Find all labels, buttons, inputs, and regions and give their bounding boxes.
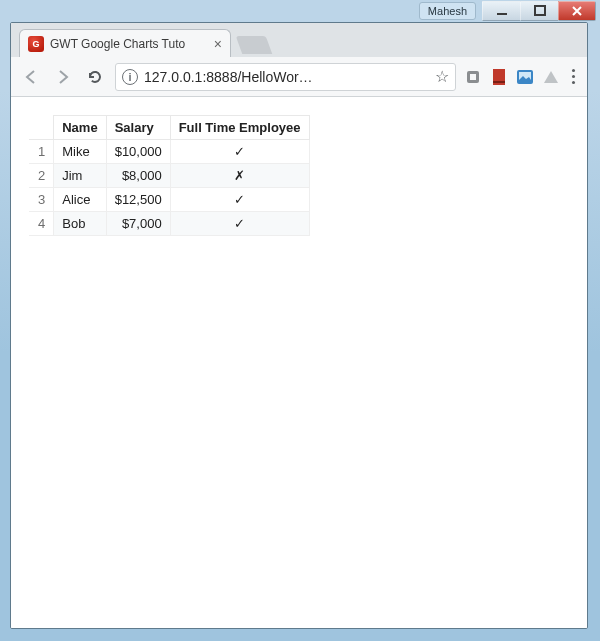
svg-rect-0 [497, 13, 507, 15]
browser-tab[interactable]: G GWT Google Charts Tuto × [19, 29, 231, 57]
forward-button[interactable] [51, 65, 75, 89]
cell-salary: $8,000 [106, 164, 170, 188]
reload-icon [86, 68, 104, 86]
cell-fte: ✓ [170, 140, 309, 164]
close-button[interactable] [558, 1, 596, 21]
cell-salary: $10,000 [106, 140, 170, 164]
row-number: 4 [30, 212, 54, 236]
back-icon [22, 68, 40, 86]
favicon-icon: G [28, 36, 44, 52]
tab-title: GWT Google Charts Tuto [50, 37, 208, 51]
cell-fte: ✓ [170, 212, 309, 236]
svg-rect-5 [493, 81, 505, 83]
forward-icon [54, 68, 72, 86]
favicon-letter: G [32, 39, 39, 49]
book-icon [492, 69, 506, 85]
cell-salary: $7,000 [106, 212, 170, 236]
cell-name: Alice [54, 188, 106, 212]
extension-icon-4[interactable] [542, 68, 560, 86]
minimize-button[interactable] [482, 1, 520, 21]
new-tab-button[interactable] [236, 36, 273, 54]
row-number: 2 [30, 164, 54, 188]
page-viewport: Name Salary Full Time Employee 1 Mike $1… [11, 97, 587, 628]
maximize-button[interactable] [520, 1, 558, 21]
menu-dot-icon [572, 69, 575, 72]
row-number-header [30, 116, 54, 140]
row-number: 1 [30, 140, 54, 164]
maximize-icon [534, 5, 546, 17]
svg-rect-1 [535, 6, 545, 15]
cell-fte: ✗ [170, 164, 309, 188]
data-table: Name Salary Full Time Employee 1 Mike $1… [29, 115, 310, 236]
profile-chip[interactable]: Mahesh [419, 2, 476, 20]
picture-icon [517, 70, 533, 84]
cell-name: Jim [54, 164, 106, 188]
close-icon [571, 5, 583, 17]
bookmark-star-icon[interactable]: ☆ [435, 67, 449, 86]
cell-name: Bob [54, 212, 106, 236]
browser-menu-button[interactable] [568, 69, 579, 84]
block-icon [465, 69, 481, 85]
cell-salary: $12,500 [106, 188, 170, 212]
extension-icon-2[interactable] [490, 68, 508, 86]
col-header-fte[interactable]: Full Time Employee [170, 116, 309, 140]
url-text: 127.0.0.1:8888/HelloWor… [144, 69, 429, 85]
svg-rect-3 [470, 74, 476, 80]
tab-strip: G GWT Google Charts Tuto × [11, 23, 587, 57]
menu-dot-icon [572, 81, 575, 84]
table-row[interactable]: 1 Mike $10,000 ✓ [30, 140, 310, 164]
menu-dot-icon [572, 75, 575, 78]
row-number: 3 [30, 188, 54, 212]
extension-icon-3[interactable] [516, 68, 534, 86]
col-header-name[interactable]: Name [54, 116, 106, 140]
browser-window: G GWT Google Charts Tuto × i 127.0.0.1:8… [10, 22, 588, 629]
minimize-icon [496, 5, 508, 17]
table-row[interactable]: 4 Bob $7,000 ✓ [30, 212, 310, 236]
profile-name: Mahesh [428, 5, 467, 17]
tab-close-icon[interactable]: × [214, 37, 222, 51]
back-button[interactable] [19, 65, 43, 89]
extension-icon-1[interactable] [464, 68, 482, 86]
browser-toolbar: i 127.0.0.1:8888/HelloWor… ☆ [11, 57, 587, 97]
cell-name: Mike [54, 140, 106, 164]
cell-fte: ✓ [170, 188, 309, 212]
table-row[interactable]: 2 Jim $8,000 ✗ [30, 164, 310, 188]
reload-button[interactable] [83, 65, 107, 89]
address-bar[interactable]: i 127.0.0.1:8888/HelloWor… ☆ [115, 63, 456, 91]
site-info-icon[interactable]: i [122, 69, 138, 85]
table-row[interactable]: 3 Alice $12,500 ✓ [30, 188, 310, 212]
drive-icon [543, 70, 559, 84]
window-titlebar: Mahesh [0, 0, 600, 22]
col-header-salary[interactable]: Salary [106, 116, 170, 140]
